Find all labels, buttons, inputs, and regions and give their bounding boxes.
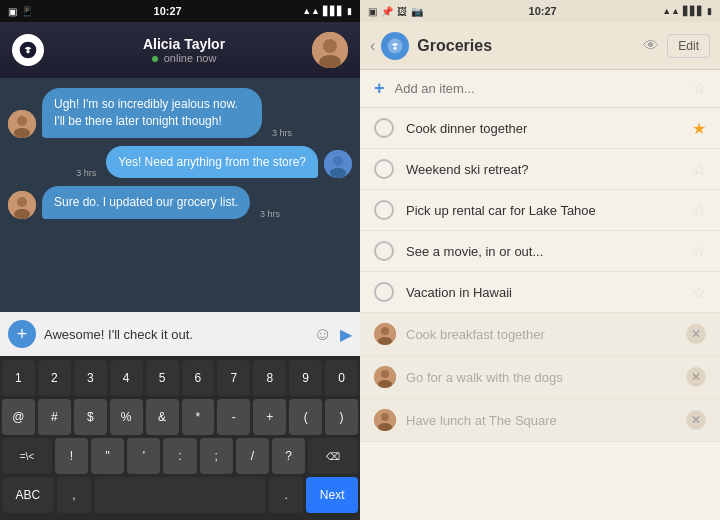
back-button[interactable]: ‹ [370, 37, 375, 55]
message-input[interactable] [44, 327, 306, 342]
camera-icon-right: 📷 [411, 6, 423, 17]
svg-point-24 [378, 423, 392, 431]
item-remove-6[interactable]: ✕ [686, 324, 706, 344]
send-button[interactable]: ▶ [340, 325, 352, 344]
item-star-2[interactable]: ☆ [692, 160, 706, 179]
add-plus-icon[interactable]: + [374, 78, 385, 99]
app-logo [12, 34, 44, 66]
left-status-icons-right: ▣ 📌 🖼 📷 [368, 6, 423, 17]
edit-button[interactable]: Edit [667, 34, 710, 58]
key-apostrophe[interactable]: ' [127, 438, 160, 474]
key-close-paren[interactable]: ) [325, 399, 358, 435]
item-remove-8[interactable]: ✕ [686, 410, 706, 430]
key-0[interactable]: 0 [325, 360, 358, 396]
key-comma[interactable]: , [57, 477, 91, 513]
item-checkbox-5[interactable] [374, 282, 394, 302]
phone-icon: 📱 [21, 6, 33, 17]
key-semicolon[interactable]: ; [200, 438, 233, 474]
contact-avatar-header [312, 32, 348, 68]
item-star-1[interactable]: ★ [692, 119, 706, 138]
key-5[interactable]: 5 [146, 360, 179, 396]
key-hash[interactable]: # [38, 399, 71, 435]
key-at[interactable]: @ [2, 399, 35, 435]
chat-header: Alicia Taylor online now [0, 22, 360, 78]
key-9[interactable]: 9 [289, 360, 322, 396]
keyboard-row-symbols2: =\< ! " ' : ; / ? ⌫ [2, 438, 358, 474]
add-item-input[interactable] [395, 81, 692, 96]
key-space[interactable] [94, 477, 266, 513]
svg-point-7 [14, 128, 30, 138]
attachment-button[interactable]: + [8, 320, 36, 348]
list-title: Groceries [417, 37, 643, 55]
key-switch[interactable]: =\< [2, 438, 52, 474]
key-period[interactable]: . [269, 477, 303, 513]
item-checkbox-2[interactable] [374, 159, 394, 179]
item-text-7: Go for a walk with the dogs [406, 370, 686, 385]
item-text-2: Weekend ski retreat? [406, 162, 692, 177]
eye-icon[interactable]: 👁 [643, 37, 659, 55]
item-star-3[interactable]: ☆ [692, 201, 706, 220]
list-item: Vacation in Hawaii ☆ [360, 272, 720, 313]
item-star-5[interactable]: ☆ [692, 283, 706, 302]
key-exclaim[interactable]: ! [55, 438, 88, 474]
keyboard-row-symbols1: @ # $ % & * - + ( ) [2, 399, 358, 435]
svg-point-9 [333, 156, 343, 166]
item-checkbox-4[interactable] [374, 241, 394, 261]
item-checkbox-1[interactable] [374, 118, 394, 138]
key-percent[interactable]: % [110, 399, 143, 435]
list-item: Pick up rental car for Lake Tahoe ☆ [360, 190, 720, 231]
emoji-button[interactable]: ☺ [314, 324, 332, 345]
online-indicator [152, 56, 158, 62]
message-row: Sure do. I updated our grocery list. 3 h… [8, 186, 352, 219]
key-open-paren[interactable]: ( [289, 399, 322, 435]
key-1[interactable]: 1 [2, 360, 35, 396]
pin-icon-right: 📌 [381, 6, 393, 17]
key-question[interactable]: ? [272, 438, 305, 474]
item-text-1: Cook dinner together [406, 121, 692, 136]
item-checkbox-3[interactable] [374, 200, 394, 220]
key-star[interactable]: * [182, 399, 215, 435]
status-bar-right: ▣ 📌 🖼 📷 10:27 ▲▲ ▋▋▋ ▮ [360, 0, 720, 22]
key-4[interactable]: 4 [110, 360, 143, 396]
list-header: ‹ Groceries 👁 Edit [360, 22, 720, 70]
key-3[interactable]: 3 [74, 360, 107, 396]
key-2[interactable]: 2 [38, 360, 71, 396]
key-8[interactable]: 8 [253, 360, 286, 396]
key-amp[interactable]: & [146, 399, 179, 435]
message-text-2: Yes! Need anything from the store? [118, 155, 306, 169]
svg-point-15 [394, 46, 397, 49]
key-plus[interactable]: + [253, 399, 286, 435]
item-remove-7[interactable]: ✕ [686, 367, 706, 387]
list-item: Cook breakfast together ✕ [360, 313, 720, 356]
key-backspace[interactable]: ⌫ [308, 438, 358, 474]
message-row: Yes! Need anything from the store? 3 hrs [8, 146, 352, 179]
battery-icon-right: ▮ [707, 6, 712, 16]
message-bubble-1: Ugh! I'm so incredibly jealous now. I'll… [42, 88, 262, 138]
item-star-4[interactable]: ☆ [692, 242, 706, 261]
message-row: Ugh! I'm so incredibly jealous now. I'll… [8, 88, 352, 138]
message-bubble-2: Yes! Need anything from the store? [106, 146, 318, 179]
sender-avatar-3 [8, 191, 36, 219]
item-text-6: Cook breakfast together [406, 327, 686, 342]
key-6[interactable]: 6 [182, 360, 215, 396]
key-minus[interactable]: - [217, 399, 250, 435]
signal-icon-right: ▋▋▋ [683, 6, 704, 16]
wifi-icon-right: ▲▲ [662, 6, 680, 16]
left-status-icons: ▣ 📱 [8, 6, 33, 17]
item-text-8: Have lunch at The Square [406, 413, 686, 428]
key-slash[interactable]: / [236, 438, 269, 474]
list-item: See a movie, in or out... ☆ [360, 231, 720, 272]
key-7[interactable]: 7 [217, 360, 250, 396]
key-next[interactable]: Next [306, 477, 358, 513]
status-bar-left: ▣ 📱 10:27 ▲▲ ▋▋▋ ▮ [0, 0, 360, 22]
battery-icon-left: ▮ [347, 6, 352, 16]
status-text: online now [164, 52, 217, 64]
contact-status: online now [56, 52, 312, 64]
key-colon[interactable]: : [163, 438, 196, 474]
key-dollar[interactable]: $ [74, 399, 107, 435]
contact-name: Alicia Taylor [56, 36, 312, 52]
add-item-row: + ☆ [360, 70, 720, 108]
key-quote-double[interactable]: " [91, 438, 124, 474]
key-abc[interactable]: ABC [2, 477, 54, 513]
sender-avatar-2 [324, 150, 352, 178]
